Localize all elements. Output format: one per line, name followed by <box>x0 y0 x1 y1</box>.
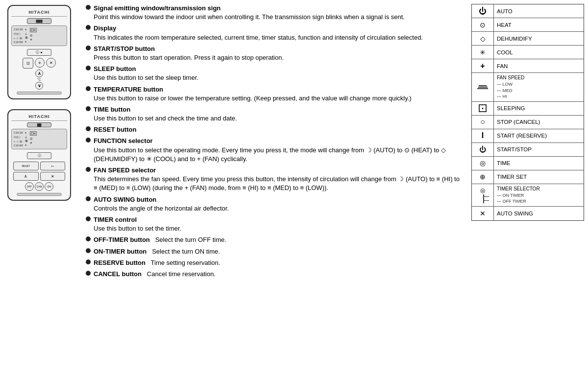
feature-fanspeed-title: FAN SPEED selector <box>94 166 156 174</box>
bullet-signal <box>86 5 91 10</box>
feature-startstop: START/STOP button Press this button to s… <box>86 45 464 62</box>
timer-btn-row: OFF CAN ON <box>11 182 67 191</box>
legend-time-icon: ◎ <box>472 157 494 170</box>
fan-speed-lines-icon <box>477 85 488 89</box>
features-panel: Signal emitting window/transmission sign… <box>78 0 471 378</box>
feature-function-desc: Use this button to select the operating … <box>94 146 446 163</box>
signal-window: ▓▓▓ <box>27 18 51 24</box>
legend-stop-icon: ○ <box>472 116 494 129</box>
legend-stop-label: STOP (CANCEL) <box>494 116 584 129</box>
fanspeed-hi-label: — HI <box>497 94 507 100</box>
feature-reset: RESET button <box>86 125 464 134</box>
stop-button[interactable]: ⊡ <box>23 58 33 69</box>
bullet-sleep <box>86 66 91 71</box>
feature-fanspeed: FAN SPEED selector This determines the f… <box>86 166 464 193</box>
bullet-startstop <box>86 46 91 50</box>
legend-panel: ⏻ AUTO ⊙ HEAT ◇ DEHUMIDIFY ✳ COOL + FAN … <box>471 4 584 221</box>
feature-offtimer: OFF-TIMER button Select the turn OFF tim… <box>86 236 464 244</box>
feature-time-title: TIME button <box>94 106 130 113</box>
bullet-reset <box>86 126 91 131</box>
legend-dehumidify-label: DEHUMIDIFY <box>494 32 584 45</box>
info-button[interactable]: ⓘ ● <box>27 49 51 56</box>
off-timer-btn[interactable]: OFF <box>25 182 34 191</box>
temp-down-button[interactable]: ∨ <box>35 82 43 90</box>
legend-fan-label: FAN <box>494 59 584 72</box>
feature-ontimer: ON-TIMER button Select the turn ON time. <box>86 247 464 256</box>
signal-window-bottom: ▓▓ <box>27 122 51 127</box>
function-button[interactable]: + <box>35 58 45 68</box>
bullet-cancel <box>86 271 91 276</box>
on-timer-tick <box>484 196 489 197</box>
legend-auto-icon: ⏻ <box>472 4 494 18</box>
legend-heat: ⊙ HEAT <box>472 18 584 32</box>
main-btn-row: ⊡ + ✕ <box>11 58 67 69</box>
bullet-offtimer <box>86 236 91 241</box>
legend-startstop: ⏻ START/STOP <box>472 143 584 157</box>
remote-top-brand: HITACHI <box>11 10 67 17</box>
cancel-btn[interactable]: CAN <box>35 182 44 191</box>
feature-reserve: RESERVE button Time setting reservation. <box>86 259 464 267</box>
reset-button[interactable]: RESET <box>13 162 39 170</box>
fanspeed-low-label: — LOW <box>497 81 513 88</box>
fan-line-hi <box>479 85 487 86</box>
auto-swing-btn[interactable]: ✕ <box>40 172 66 181</box>
sleep-button[interactable]: ✕ <box>46 58 56 68</box>
feature-display-title: Display <box>94 24 116 32</box>
legend-cool: ✳ COOL <box>472 46 584 59</box>
display-area-bottom: ≡18:38 O◎ ↕ + ☆ ⊞ ≡18:88 + ⏚ ⊕ + CH ◎ ✳ <box>11 129 67 149</box>
feature-reset-title: RESET button <box>94 126 136 133</box>
legend-time-label: TIME <box>494 157 584 170</box>
legend-heat-label: HEAT <box>494 18 584 31</box>
feature-autoswing-title: AUTO SWING button <box>94 196 156 203</box>
info-btn-row-bottom: ⓘ <box>11 151 67 160</box>
feature-startstop-title: START/STOP button <box>94 45 155 52</box>
feature-function: FUNCTION selector Use this button to sel… <box>86 137 464 164</box>
legend-auto-label: AUTO <box>494 4 584 18</box>
feature-display-desc: This indicates the room temperature sele… <box>94 34 423 41</box>
fan-speed-button[interactable]: ≡+ <box>40 162 66 170</box>
legend-fanspeed: FAN SPEED — LOW — MED — HI <box>472 73 584 102</box>
legend-start-label: START (RESERVE) <box>494 129 584 142</box>
feature-signal-desc: Point this window toward the indoor unit… <box>94 13 405 21</box>
feature-time-desc: Use this button to set and check the tim… <box>94 115 237 122</box>
legend-heat-icon: ⊙ <box>472 18 494 31</box>
legend-cool-label: COOL <box>494 46 584 59</box>
feature-sleep-title: SLEEP button <box>94 65 136 72</box>
remote-controls-panel: HITACHI ▓▓▓ ≡18:38 O◎ ↕ + ☆ ⊞ ≡18:88 + ⏚… <box>0 0 78 378</box>
legend-sleeping: • SLEEPING <box>472 102 584 116</box>
temp-btn-row: ∧ °C ∨ <box>11 70 67 90</box>
timerselector-off-label: — OFF TIMER <box>497 198 526 205</box>
info-btn-row: ⓘ ● <box>11 48 67 57</box>
legend-timerset-icon: ⊕ <box>472 170 494 184</box>
bullet-display <box>86 25 91 30</box>
legend-autoswing-icon: ✕ <box>472 207 494 220</box>
fanspeed-main-label: FAN SPEED <box>497 74 524 81</box>
legend-startstop-icon: ⏻ <box>472 143 494 156</box>
feature-reserve-title: RESERVE button <box>94 259 146 266</box>
temp-up-button[interactable]: ∧ <box>35 70 43 77</box>
feature-offtimer-desc: Select the turn OFF time. <box>151 236 226 243</box>
legend-timerselector-icon: ◎ <box>472 184 494 206</box>
info-button-bottom[interactable]: ⓘ <box>27 152 51 159</box>
timerselector-main-label: TIMER SELECTOR <box>497 186 540 192</box>
remote-bottom-brand: HITACHI <box>11 114 67 121</box>
temp-up-btn2[interactable]: ∧ <box>13 172 39 181</box>
timer-selector-lines-icon: ◎ <box>480 187 485 203</box>
bullet-reserve <box>86 260 91 264</box>
feature-fanspeed-desc: This determines the fan speed. Every tim… <box>94 175 460 191</box>
timerselector-on-label: — ON TIMER <box>497 192 524 199</box>
feature-sleep: SLEEP button Use this button to set the … <box>86 65 464 82</box>
on-timer-btn[interactable]: ON <box>45 182 53 191</box>
legend-fan-icon: + <box>472 59 494 72</box>
feature-ontimer-title: ON-TIMER button <box>94 248 147 255</box>
feature-signal: Signal emitting window/transmission sign… <box>86 4 464 22</box>
legend-time: ◎ TIME <box>472 157 584 170</box>
bullet-autoswing <box>86 196 91 201</box>
legend-auto: ⏻ AUTO <box>472 4 584 18</box>
legend-dehumidify-icon: ◇ <box>472 32 494 45</box>
feature-temperature-title: TEMPERATURE button <box>94 86 163 93</box>
feature-temperature-desc: Use this button to raise or lower the te… <box>94 94 412 102</box>
sleeping-box-icon: • <box>479 104 487 112</box>
remote-top-bottom-bar <box>17 92 61 94</box>
bullet-fanspeed <box>86 167 91 172</box>
